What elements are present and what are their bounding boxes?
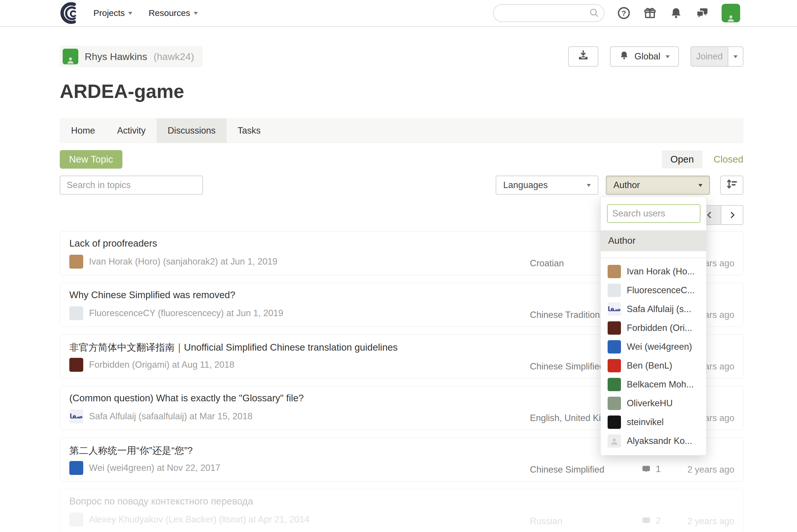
avatar-calligraphy: صفا bbox=[608, 305, 621, 313]
author-option[interactable]: Belkacem Moh... bbox=[601, 375, 706, 394]
author-option-label: Alyaksandr Ko... bbox=[627, 436, 692, 446]
author-option[interactable]: Alyaksandr Ko... bbox=[601, 432, 706, 451]
comment-icon bbox=[641, 516, 651, 526]
menu-resources[interactable]: Resources bbox=[148, 8, 198, 18]
discussion-byline-row: Wei (wei4green) at Nov 22, 2017 bbox=[69, 461, 220, 475]
author-option[interactable]: steinvikel bbox=[601, 413, 706, 432]
messages-icon[interactable] bbox=[695, 6, 709, 20]
user-avatar bbox=[608, 416, 621, 429]
tab-tasks[interactable]: Tasks bbox=[227, 118, 271, 143]
main-menu: Projects Resources bbox=[93, 8, 198, 18]
author-option[interactable]: OliverkeHU bbox=[601, 394, 706, 413]
avatar-calligraphy: صفا bbox=[70, 413, 83, 420]
search-topics-input[interactable] bbox=[60, 176, 203, 195]
author-avatar bbox=[69, 306, 83, 320]
author-avatar bbox=[69, 255, 83, 269]
owner-handle: (hawk24) bbox=[153, 51, 194, 62]
download-button[interactable] bbox=[568, 46, 598, 66]
discussion-byline: FluorescenceCY (fluorescencecy) at Jun 1… bbox=[89, 308, 283, 319]
default-user-avatar bbox=[608, 434, 621, 448]
user-avatar[interactable] bbox=[722, 4, 740, 22]
author-avatar bbox=[69, 358, 83, 372]
search-icon bbox=[589, 7, 600, 20]
discussion-byline: Safa Alfulaij (safaalfulaij) at Mar 15, … bbox=[89, 411, 252, 422]
discussion-title[interactable]: (Common question) What is exactly the "G… bbox=[69, 393, 304, 404]
gift-icon[interactable] bbox=[643, 6, 657, 20]
discussion-title[interactable]: Lack of proofreaders bbox=[69, 238, 157, 249]
author-option-label: Forbidden (Ori... bbox=[627, 323, 692, 333]
author-option[interactable]: Ben (BenL) bbox=[601, 356, 706, 375]
status-filter: Open Closed bbox=[662, 150, 743, 168]
author-option-label: Belkacem Moh... bbox=[627, 379, 694, 390]
user-avatar bbox=[608, 359, 621, 372]
comment-count-value: 1 bbox=[656, 464, 661, 474]
author-select[interactable]: Author bbox=[606, 176, 710, 195]
author-option-label: steinvikel bbox=[627, 417, 664, 428]
discussion-byline-row: صفا Safa Alfulaij (safaalfulaij) at Mar … bbox=[69, 410, 252, 423]
discussion-time: 2 years ago bbox=[687, 516, 735, 527]
discussion-language: Chinese Simplified bbox=[530, 361, 604, 372]
notifications-scope-button[interactable]: Global bbox=[610, 46, 679, 66]
menu-projects[interactable]: Projects bbox=[93, 8, 132, 18]
author-dropdown: Author Ivan Horak (Ho... FluorescenceC..… bbox=[600, 196, 707, 456]
filter-open[interactable]: Open bbox=[662, 150, 703, 168]
author-option[interactable]: FluorescenceC... bbox=[601, 281, 706, 300]
discussion-title[interactable]: 第二人称统一用“你”还是“您”? bbox=[69, 444, 193, 457]
project-actions: Global Joined bbox=[568, 46, 743, 66]
notifications-icon[interactable] bbox=[669, 6, 683, 20]
joined-button[interactable]: Joined bbox=[691, 46, 728, 66]
new-topic-button[interactable]: New Topic bbox=[60, 150, 122, 169]
author-option[interactable]: صفا Safa Alfulaij (s... bbox=[601, 300, 706, 319]
sort-button[interactable] bbox=[720, 176, 743, 195]
help-icon[interactable]: ? bbox=[617, 6, 631, 20]
discussion-byline-row: Ivan Horak (Horo) (sanjahorak2) at Jun 1… bbox=[69, 255, 277, 269]
discussion-byline: Ivan Horak (Horo) (sanjahorak2) at Jun 1… bbox=[89, 256, 277, 267]
comment-count: 1 bbox=[641, 464, 661, 474]
tab-discussions[interactable]: Discussions bbox=[157, 118, 227, 143]
project-owner-chip[interactable]: Rhys Hawkins (hawk24) bbox=[60, 46, 203, 67]
owner-name: Rhys Hawkins bbox=[85, 51, 147, 62]
project-header: Rhys Hawkins (hawk24) bbox=[60, 46, 743, 67]
discussion-row[interactable]: Вопрос по поводу контекстного перевода A… bbox=[60, 489, 743, 532]
user-avatar bbox=[608, 340, 621, 354]
author-group-header[interactable]: Author bbox=[601, 230, 706, 251]
discussion-title[interactable]: 非官方简体中文翻译指南｜Unofficial Simplified Chines… bbox=[69, 341, 398, 354]
next-page-button[interactable] bbox=[721, 205, 743, 225]
chevron-left-icon bbox=[708, 212, 711, 218]
filter-closed[interactable]: Closed bbox=[713, 154, 743, 165]
menu-resources-label: Resources bbox=[148, 8, 190, 18]
tab-home[interactable]: Home bbox=[60, 118, 106, 143]
joined-menu-button[interactable] bbox=[728, 46, 743, 66]
author-select-label: Author bbox=[613, 180, 640, 190]
user-avatar bbox=[608, 284, 621, 297]
app-logo-icon[interactable] bbox=[60, 1, 83, 25]
search-users-input[interactable] bbox=[607, 204, 701, 223]
global-search-input[interactable] bbox=[493, 4, 604, 22]
tab-activity[interactable]: Activity bbox=[106, 118, 157, 143]
chevron-down-icon bbox=[587, 184, 591, 189]
user-avatar bbox=[608, 321, 621, 335]
chevron-down-icon bbox=[733, 55, 738, 60]
svg-text:?: ? bbox=[621, 9, 626, 17]
bell-icon bbox=[619, 51, 629, 62]
discussion-title[interactable]: Вопрос по поводу контекстного перевода bbox=[69, 496, 253, 507]
chevron-down-icon bbox=[699, 184, 703, 189]
languages-select[interactable]: Languages bbox=[496, 176, 598, 195]
discussion-language: Chinese Traditional bbox=[530, 310, 607, 320]
discussion-byline: Forbidden (Origami) at Aug 11, 2018 bbox=[89, 360, 234, 370]
comment-icon bbox=[641, 464, 651, 474]
discussions-toolbar: New Topic Open Closed bbox=[60, 150, 743, 169]
author-option-label: Wei (wei4green) bbox=[627, 342, 692, 352]
user-avatar bbox=[608, 265, 621, 278]
discussion-title[interactable]: Why Chinese Simplified was removed? bbox=[69, 289, 235, 301]
author-option-label: Ivan Horak (Ho... bbox=[627, 266, 695, 277]
global-label: Global bbox=[634, 51, 660, 62]
author-option[interactable]: Forbidden (Ori... bbox=[601, 319, 706, 338]
author-avatar bbox=[69, 513, 83, 527]
menu-projects-label: Projects bbox=[93, 8, 125, 18]
page-title: ARDEA-game bbox=[60, 80, 743, 102]
author-option[interactable]: Ivan Horak (Ho... bbox=[601, 262, 706, 281]
joined-label: Joined bbox=[696, 51, 723, 62]
user-avatar bbox=[608, 378, 621, 391]
author-option[interactable]: Wei (wei4green) bbox=[601, 338, 706, 356]
